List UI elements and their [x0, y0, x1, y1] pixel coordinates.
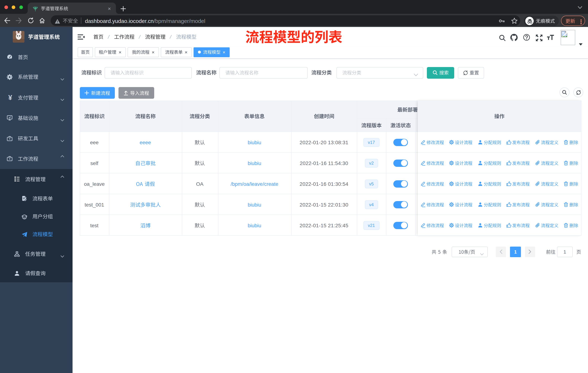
svg-text:¥: ¥	[8, 94, 12, 101]
